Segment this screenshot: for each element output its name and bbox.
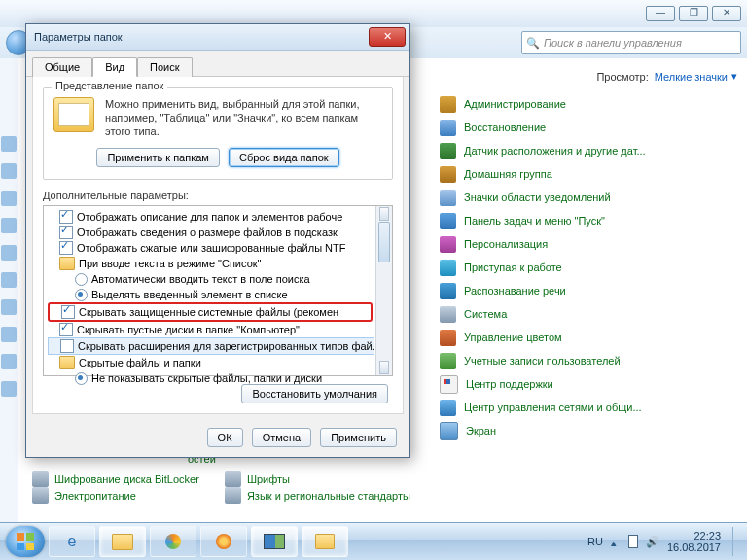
taskbar-ie[interactable]: e: [49, 526, 95, 557]
cp-item-link[interactable]: Центр управления сетями и общи...: [464, 402, 642, 413]
show-desktop-button[interactable]: [732, 527, 741, 556]
scrollbar-thumb[interactable]: [378, 222, 390, 262]
radio[interactable]: [75, 372, 88, 385]
cp-item[interactable]: Приступая к работе: [440, 256, 737, 279]
cp-item-icon: [225, 471, 241, 487]
volume-icon[interactable]: 🔊: [646, 536, 659, 548]
checkbox[interactable]: [60, 339, 74, 353]
cp-item[interactable]: Система: [440, 302, 737, 326]
cancel-button[interactable]: Отмена: [252, 428, 311, 447]
cp-item-link[interactable]: Датчик расположения и другие дат...: [464, 145, 646, 157]
option-row[interactable]: Скрытые файлы и папки: [48, 355, 390, 370]
system-tray[interactable]: RU ▴ 🔊 22:23 16.08.2017: [587, 527, 741, 556]
option-row[interactable]: Скрывать расширения для зарегистрированн…: [48, 337, 374, 355]
cp-item[interactable]: Персонализация: [440, 232, 737, 256]
option-row[interactable]: Не показывать скрытые файлы, папки и дис…: [48, 370, 390, 386]
view-label: Просмотр:: [596, 71, 648, 83]
tray-chevron-icon[interactable]: ▴: [611, 537, 621, 546]
cp-item-link[interactable]: Восстановление: [464, 122, 546, 133]
cp-item[interactable]: Электропитание: [32, 487, 199, 504]
cp-item[interactable]: Шрифты: [225, 471, 410, 487]
dialog-titlebar[interactable]: Параметры папок ✕: [26, 24, 409, 51]
cp-item-link[interactable]: Значки области уведомлений: [464, 192, 611, 203]
cp-item-link[interactable]: Персонализация: [464, 238, 548, 250]
maximize-button[interactable]: ❐: [679, 6, 708, 21]
dialog-tabs: Общие Вид Поиск: [26, 51, 409, 77]
cp-item-icon: [440, 260, 456, 276]
tab-search[interactable]: Поиск: [137, 57, 192, 77]
cp-item-icon: [440, 422, 458, 440]
option-row[interactable]: Скрывать пустые диски в папке "Компьютер…: [48, 322, 390, 337]
cp-item[interactable]: Администрирование: [440, 92, 737, 116]
folder-options-dialog: Параметры папок ✕ Общие Вид Поиск Предст…: [25, 23, 410, 458]
checkbox[interactable]: [59, 241, 73, 255]
cp-item[interactable]: Панель задач и меню "Пуск": [440, 209, 737, 232]
checkbox[interactable]: [59, 226, 73, 239]
cp-item-link[interactable]: Администрирование: [464, 98, 566, 110]
checkbox[interactable]: [61, 305, 75, 319]
radio[interactable]: [75, 273, 88, 286]
option-row[interactable]: Отображать сжатые или зашифрованные файл…: [48, 240, 390, 256]
cp-item-link[interactable]: Центр поддержки: [466, 378, 553, 390]
start-button[interactable]: [6, 526, 45, 557]
option-row[interactable]: При вводе текста в режиме "Список": [48, 256, 390, 271]
option-row[interactable]: Автоматически вводить текст в поле поиск…: [48, 271, 390, 287]
cp-item[interactable]: Центр управления сетями и общи...: [440, 396, 737, 419]
cp-item[interactable]: Восстановление: [440, 116, 737, 139]
option-row[interactable]: Отображать сведения о размере файлов в п…: [48, 225, 390, 240]
cp-item[interactable]: Язык и региональные стандарты: [225, 487, 410, 504]
cp-item-link[interactable]: Распознавание речи: [464, 285, 566, 297]
cp-item-icon: [440, 375, 458, 394]
cp-item-link[interactable]: Экран: [466, 425, 496, 437]
search-input[interactable]: 🔍 Поиск в панели управления: [521, 31, 741, 54]
cp-item[interactable]: Учетные записи пользователей: [440, 349, 737, 372]
cp-item[interactable]: Значки области уведомлений: [440, 186, 737, 209]
cp-item[interactable]: Датчик расположения и другие дат...: [440, 139, 737, 162]
advanced-settings-listbox[interactable]: Отображать описание для папок и элементо…: [43, 205, 393, 376]
view-value-link[interactable]: Мелкие значки: [655, 71, 728, 83]
option-row[interactable]: Скрывать защищенные системные файлы (рек…: [50, 304, 371, 320]
cp-item-link[interactable]: Язык и региональные стандарты: [247, 490, 410, 502]
taskbar-control-panel[interactable]: [251, 526, 298, 557]
option-row[interactable]: Выделять введенный элемент в списке: [48, 287, 390, 302]
cp-item[interactable]: Домашняя группа: [440, 162, 737, 186]
cp-item-link[interactable]: Шрифты: [247, 473, 290, 485]
cp-item[interactable]: Центр поддержки: [440, 372, 737, 396]
clock[interactable]: 22:23 16.08.2017: [667, 530, 721, 553]
chevron-down-icon[interactable]: ▾: [731, 70, 737, 83]
ok-button[interactable]: ОК: [207, 428, 243, 447]
taskbar-firefox[interactable]: [200, 526, 247, 557]
taskbar-explorer[interactable]: [99, 526, 146, 557]
option-row[interactable]: Отображать описание для папок и элементо…: [48, 209, 390, 225]
cp-item-link[interactable]: Учетные записи пользователей: [464, 355, 621, 367]
checkbox[interactable]: [59, 210, 73, 224]
taskbar[interactable]: e RU ▴ 🔊 22:23 16.08.2017: [0, 522, 747, 560]
cp-item-link[interactable]: Приступая к работе: [464, 262, 562, 273]
action-center-icon[interactable]: [628, 535, 638, 548]
cp-item-link[interactable]: Панель задач и меню "Пуск": [464, 215, 605, 227]
taskbar-folder-options[interactable]: [302, 526, 348, 557]
tab-general[interactable]: Общие: [32, 57, 92, 77]
radio[interactable]: [75, 289, 88, 301]
close-icon[interactable]: ✕: [369, 27, 406, 47]
cp-item-link[interactable]: Электропитание: [54, 490, 136, 502]
apply-button[interactable]: Применить: [320, 428, 397, 447]
lang-indicator[interactable]: RU: [587, 536, 603, 547]
cp-item[interactable]: Распознавание речи: [440, 279, 737, 302]
checkbox[interactable]: [59, 323, 73, 336]
cp-item-link[interactable]: Домашняя группа: [464, 168, 552, 180]
tab-view[interactable]: Вид: [92, 57, 137, 77]
cp-item[interactable]: Экран: [440, 419, 737, 442]
cp-item-link[interactable]: Система: [464, 308, 507, 320]
taskbar-media[interactable]: [150, 526, 196, 557]
scrollbar-vertical[interactable]: [375, 206, 392, 375]
cp-item-link[interactable]: Управление цветом: [464, 332, 562, 343]
advanced-label: Дополнительные параметры:: [43, 190, 393, 201]
minimize-button[interactable]: —: [646, 6, 675, 21]
cp-item[interactable]: Управление цветом: [440, 326, 737, 349]
apply-to-folders-button[interactable]: Применить к папкам: [96, 148, 220, 167]
cp-item[interactable]: Шифрование диска BitLocker: [32, 471, 199, 487]
cp-item-link[interactable]: Шифрование диска BitLocker: [54, 473, 199, 485]
window-close-button[interactable]: ✕: [712, 6, 741, 21]
reset-folder-view-button[interactable]: Сброс вида папок: [229, 148, 339, 167]
